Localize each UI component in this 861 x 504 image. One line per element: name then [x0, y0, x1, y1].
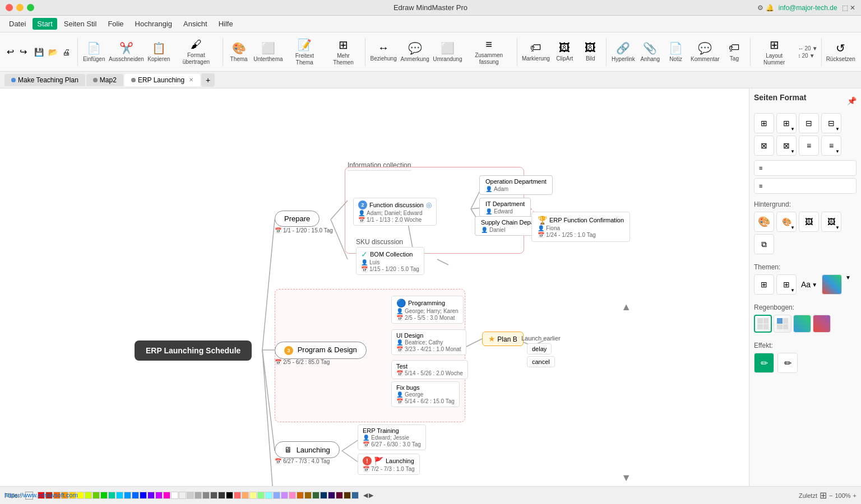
bg-color-btn[interactable]: 🎨 [754, 212, 774, 232]
color-swatch[interactable] [257, 492, 265, 499]
menu-ansicht[interactable]: Ansicht [179, 18, 212, 30]
menu-hilfe[interactable]: Hilfe [214, 18, 238, 30]
panel-pin-icon[interactable]: 📌 [847, 96, 857, 105]
color-swatch[interactable] [195, 492, 202, 499]
bom-collection-node[interactable]: ✓ BOM Collection 👤Luis 📅1/15 - 1/20 : 5.… [356, 247, 424, 275]
rainbow-btn-4[interactable] [813, 315, 831, 333]
color-swatch[interactable] [265, 492, 272, 499]
effect-btn-2[interactable]: ✏ [777, 353, 798, 373]
color-swatch[interactable] [116, 492, 123, 499]
prepare-node[interactable]: Prepare [275, 211, 320, 227]
color-swatch[interactable] [226, 492, 233, 499]
bg-image-btn-2[interactable]: 🖼▼ [821, 212, 841, 232]
user-email[interactable]: info@major-tech.de [779, 4, 837, 12]
redo-button[interactable]: ↪ [17, 45, 29, 58]
erp-training-node[interactable]: ERP Training 👤Edward; Jessie 📅6/27 - 6/3… [358, 424, 426, 450]
reset-button[interactable]: ↺ Rücksetzen [825, 39, 857, 65]
theme-button[interactable]: 🎨 Thema [226, 39, 251, 65]
menu-folie[interactable]: Folie [103, 18, 128, 30]
color-swatch[interactable] [312, 492, 320, 499]
open-button[interactable]: 📂 [47, 46, 59, 58]
align-btn-2[interactable]: ⊟▼ [821, 113, 841, 133]
color-swatch[interactable] [100, 492, 108, 499]
print-button[interactable]: 🖨 [61, 46, 72, 58]
list-btn-2[interactable]: ≡▼ [821, 136, 841, 156]
menu-hochrangig[interactable]: Hochrangig [131, 18, 177, 30]
scroll-left-btn[interactable]: ◀ [363, 492, 368, 499]
attachment-button[interactable]: 📎 Anhang [638, 39, 663, 65]
color-swatch[interactable] [218, 492, 225, 499]
border-button[interactable]: ⬜ Umrandung [432, 39, 464, 65]
theme-color-arrow[interactable]: ▼ [845, 274, 851, 295]
edrawsoft-link[interactable]: https://www.edrawsoft.com [4, 492, 78, 498]
delay-node[interactable]: delay [527, 343, 552, 354]
color-swatch[interactable] [328, 492, 335, 499]
color-swatch[interactable] [163, 492, 170, 499]
rainbow-btn-3[interactable] [793, 315, 811, 333]
crop-btn[interactable]: ⊠ [754, 136, 774, 156]
color-swatch[interactable] [171, 492, 178, 499]
color-swatch[interactable] [351, 492, 359, 499]
color-swatch[interactable] [297, 492, 304, 499]
color-swatch[interactable] [273, 492, 280, 499]
cancel-node[interactable]: cancel [527, 356, 555, 367]
image-button[interactable]: 🖼 Bild [578, 39, 603, 64]
layout-btn-1[interactable]: ⊞ [754, 113, 774, 133]
freetext-button[interactable]: 📝 Freitext Thema [285, 36, 324, 68]
color-swatch[interactable] [124, 492, 131, 499]
relationship-button[interactable]: ↔ Beziehung [369, 39, 398, 64]
add-tab-button[interactable]: + [201, 73, 215, 87]
color-swatch[interactable] [336, 492, 343, 499]
fix-bugs-node[interactable]: Fix bugs 👤George 📅5/14 - 6/2 : 15.0 Tag [391, 381, 460, 407]
theme-btn-2[interactable]: ⊞▼ [776, 274, 797, 295]
hyperlink-button[interactable]: 🔗 Hyperlink [610, 39, 637, 65]
zoom-minus-btn[interactable]: − [829, 492, 832, 499]
color-swatch[interactable] [289, 492, 296, 499]
bg-image-btn[interactable]: 🖼 [799, 212, 819, 232]
color-swatch[interactable] [92, 492, 100, 499]
summary-button[interactable]: ≡ Zusammen fassung [465, 36, 513, 68]
align-btn[interactable]: ⊟ [799, 113, 819, 133]
subtheme-button[interactable]: ⬜ Unterthema [252, 39, 284, 65]
more-themes-button[interactable]: ⊞ Mehr Themen [325, 36, 362, 68]
undo-button[interactable]: ↩ [4, 45, 16, 58]
color-swatch[interactable] [281, 492, 288, 499]
color-swatch[interactable] [108, 492, 115, 499]
ui-design-node[interactable]: UI Design 👤Beatrice; Cathy 📅3/23 - 4/21 … [391, 329, 466, 355]
cut-button[interactable]: ✂️ Ausschneiden [108, 39, 145, 65]
function-discussion-node[interactable]: 2 Function discussion ◎ 👤Adam; Daniel; E… [353, 198, 437, 226]
tab-close[interactable]: ✕ [189, 77, 193, 83]
erp-confirmation-node[interactable]: 🏆 ERP Function Confirmation 👤Fiona 📅1/24… [531, 212, 630, 242]
scroll-up-arrow[interactable]: ▲ [621, 301, 631, 313]
marker-button[interactable]: 🏷 Markierung [521, 39, 552, 64]
theme-text-btn[interactable]: Aa▼ [799, 274, 820, 295]
list-btn[interactable]: ≡ [799, 136, 819, 156]
zoom-plus-btn[interactable]: + [853, 492, 857, 499]
color-swatch[interactable] [320, 492, 327, 499]
effect-btn-1[interactable]: ✏ [754, 353, 774, 373]
annotation-button[interactable]: 💬 Anmerkung [399, 39, 430, 65]
clipart-button[interactable]: 🖼 ClipArt [552, 39, 577, 64]
theme-color-btn[interactable] [822, 274, 842, 295]
color-swatch[interactable] [132, 492, 139, 499]
rainbow-btn-2[interactable] [774, 315, 791, 333]
theme-btn-1[interactable]: ⊞ [754, 274, 774, 295]
close-button[interactable] [6, 4, 13, 11]
tab-make-teaching-plan[interactable]: Make Teaching Plan [4, 74, 85, 86]
tab-map2[interactable]: Map2 [86, 74, 123, 86]
note-button[interactable]: 📄 Notiz [664, 39, 688, 65]
panel-sidebar-btn-2[interactable]: ≡ [754, 178, 857, 194]
color-swatch[interactable] [155, 492, 163, 499]
menu-datei[interactable]: Datei [4, 18, 30, 30]
menu-seitenstil[interactable]: Seiten Stil [59, 18, 101, 30]
crop-btn-2[interactable]: ⊠▼ [776, 136, 797, 156]
launching-node[interactable]: 🖥 Launching [275, 441, 340, 458]
program-design-node[interactable]: 3 Program & Design [275, 342, 367, 359]
color-swatch[interactable] [179, 492, 186, 499]
color-swatch[interactable] [249, 492, 257, 499]
maximize-button[interactable] [27, 4, 34, 11]
color-swatch[interactable] [187, 492, 194, 499]
canvas[interactable]: ERP Launching Schedule Prepare 📅1/1 - 1/… [0, 88, 749, 504]
comment-button[interactable]: 💬 Kommentar [689, 39, 721, 65]
plan-b-node[interactable]: ★ Plan B [482, 332, 524, 346]
